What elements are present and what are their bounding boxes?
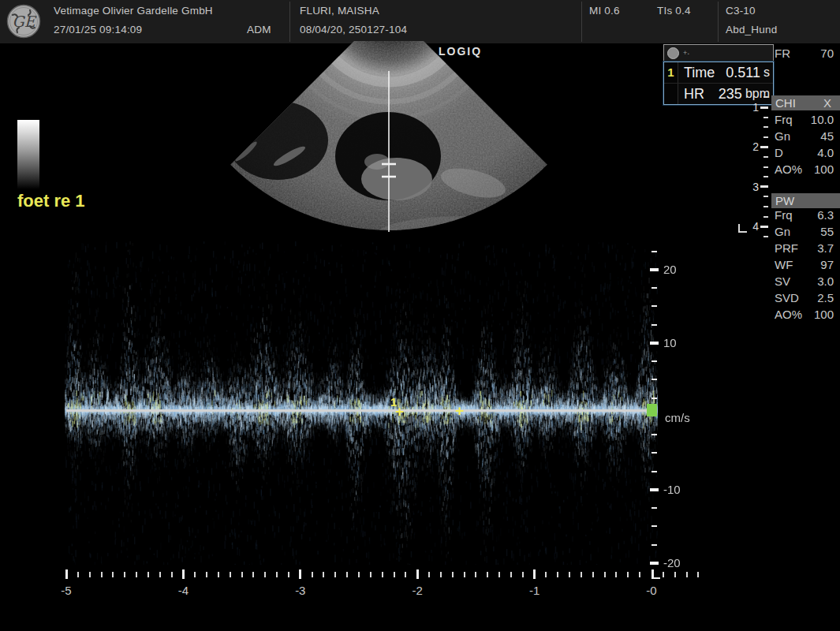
tis-value: TIs 0.4 bbox=[657, 5, 691, 17]
time-tick-minor bbox=[112, 572, 114, 577]
measurement-number bbox=[664, 84, 678, 104]
velocity-tick-major bbox=[650, 488, 659, 491]
time-tick-minor bbox=[545, 572, 547, 577]
parameter-row-ao[interactable]: AO%100 bbox=[775, 308, 837, 323]
caliper-mark-end[interactable]: + bbox=[455, 403, 464, 418]
time-tick-minor bbox=[557, 572, 558, 577]
parameter-row-svd[interactable]: SVD2.5 bbox=[775, 291, 837, 307]
time-tick-minor bbox=[89, 572, 91, 577]
time-tick-minor bbox=[218, 572, 219, 577]
time-axis-label: -1 bbox=[523, 584, 547, 597]
header-divider bbox=[289, 2, 290, 42]
time-tick-minor bbox=[194, 572, 196, 577]
param-value: 45 bbox=[820, 129, 834, 143]
measurement-unit: s bbox=[763, 65, 770, 80]
exam-datetime: 27/01/25 09:14:09 bbox=[54, 24, 142, 35]
measurement-window-titlebar[interactable]: +˖ bbox=[663, 44, 774, 62]
velocity-tick-minor bbox=[651, 379, 657, 380]
depth-tick-major bbox=[760, 146, 768, 148]
time-tick-minor bbox=[101, 572, 103, 577]
depth-tick-minor bbox=[763, 156, 768, 158]
param-label: PRF bbox=[775, 241, 798, 255]
time-tick-minor bbox=[604, 572, 606, 577]
parameter-row-frq[interactable]: Frq6.3 bbox=[775, 208, 837, 224]
param-value: 100 bbox=[814, 162, 834, 176]
time-tick-minor bbox=[639, 572, 640, 577]
param-label: Gn bbox=[775, 129, 790, 143]
caliper-mark-start[interactable]: + bbox=[395, 404, 404, 419]
pw-section-header[interactable]: PW bbox=[771, 193, 840, 208]
param-value: 6.3 bbox=[817, 208, 834, 222]
depth-tick-minor bbox=[763, 126, 768, 128]
facility-name: Vetimage Olivier Gardelle GmbH bbox=[54, 5, 213, 17]
depth-tick-minor bbox=[763, 136, 768, 138]
chi-section-header[interactable]: CHI X bbox=[771, 95, 840, 110]
operator-id: ADM bbox=[247, 24, 271, 35]
baseline-marker[interactable] bbox=[647, 404, 657, 416]
time-tick-minor bbox=[230, 572, 231, 577]
bmode-annotation[interactable]: foet re 1 bbox=[17, 191, 85, 211]
time-axis-label: -2 bbox=[405, 584, 429, 597]
velocity-tick-minor bbox=[651, 452, 657, 454]
patient-banner: GE Vetimage Olivier Gardelle GmbH 27/01/… bbox=[0, 0, 840, 43]
time-tick-major bbox=[65, 569, 68, 579]
parameter-row-gn[interactable]: Gn55 bbox=[775, 225, 837, 241]
parameter-row-sv[interactable]: SV3.0 bbox=[775, 274, 837, 290]
probe-name: C3-10 bbox=[726, 5, 756, 17]
time-tick-minor bbox=[522, 572, 524, 577]
param-value: 100 bbox=[814, 308, 834, 321]
doppler-spectrogram bbox=[65, 241, 658, 565]
depth-tick-minor bbox=[763, 117, 768, 118]
parameter-row-ao[interactable]: AO%100 bbox=[775, 162, 837, 178]
doppler-baseline[interactable] bbox=[66, 409, 657, 412]
depth-marker-label: 1 bbox=[748, 101, 759, 114]
depth-tick-minor bbox=[763, 166, 768, 168]
parameter-row-frq[interactable]: Frq10.0 bbox=[775, 113, 837, 129]
param-value: 4.0 bbox=[817, 146, 834, 159]
depth-marker-label: 3 bbox=[748, 181, 759, 193]
parameter-row-prf[interactable]: PRF3.7 bbox=[775, 241, 837, 257]
time-axis-label: -4 bbox=[171, 584, 195, 597]
depth-tick-minor bbox=[763, 216, 768, 218]
parameter-row-wf[interactable]: WF97 bbox=[775, 258, 837, 274]
velocity-unit-label: cm/s bbox=[665, 411, 690, 424]
time-tick-minor bbox=[252, 572, 254, 577]
velocity-tick-minor bbox=[651, 398, 657, 399]
time-tick-minor bbox=[592, 572, 594, 577]
bmode-image bbox=[189, 41, 584, 237]
time-tick-minor bbox=[370, 572, 371, 577]
time-tick-minor bbox=[569, 572, 570, 577]
trackball-button-icon[interactable] bbox=[667, 47, 679, 59]
measurement-value: 0.511 bbox=[726, 65, 760, 81]
velocity-tick-minor bbox=[651, 525, 657, 527]
velocity-tick-minor bbox=[651, 507, 657, 509]
time-tick-minor bbox=[136, 572, 137, 577]
measurement-label: Time bbox=[684, 65, 715, 81]
time-tick-minor bbox=[510, 572, 512, 577]
ge-monogram: GE bbox=[12, 13, 36, 30]
parameter-row-d[interactable]: D4.0 bbox=[775, 146, 837, 162]
time-tick-minor bbox=[323, 572, 324, 577]
time-axis-corner bbox=[651, 569, 660, 579]
time-tick-minor bbox=[312, 572, 313, 577]
param-label: WF bbox=[775, 258, 793, 271]
param-value: 10.0 bbox=[811, 113, 834, 126]
param-label: SV bbox=[775, 274, 790, 288]
measurement-number: 1 bbox=[664, 62, 678, 83]
depth-tick-major bbox=[760, 106, 768, 109]
depth-tick-major bbox=[760, 185, 768, 188]
time-tick-minor bbox=[147, 572, 149, 577]
chi-status: X bbox=[823, 96, 831, 110]
header-divider bbox=[581, 2, 582, 42]
velocity-tick-minor bbox=[651, 251, 657, 252]
param-label: D bbox=[775, 146, 783, 159]
time-tick-minor bbox=[124, 572, 125, 577]
time-tick-minor bbox=[674, 572, 676, 577]
time-axis-label: -3 bbox=[289, 584, 312, 597]
header-divider bbox=[718, 2, 719, 42]
velocity-tick-minor bbox=[651, 324, 657, 326]
parameter-row-gn[interactable]: Gn45 bbox=[775, 129, 837, 145]
velocity-tick-minor bbox=[651, 360, 657, 362]
velocity-tick-minor bbox=[651, 471, 657, 472]
caliper-icon: +˖ bbox=[683, 50, 689, 57]
